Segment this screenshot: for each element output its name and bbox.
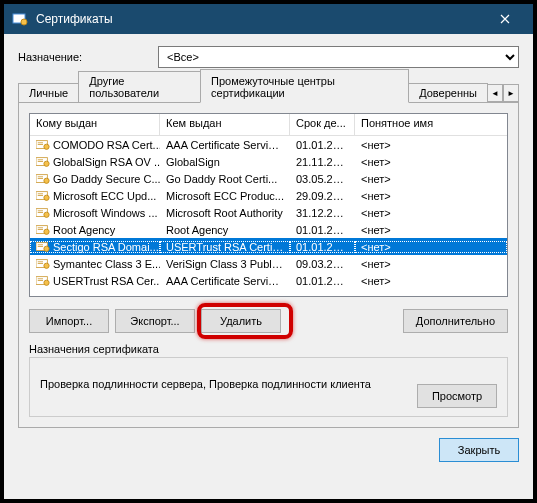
table-row[interactable]: Root AgencyRoot Agency01.01.2040<нет> bbox=[30, 221, 507, 238]
purpose-label: Назначение: bbox=[18, 51, 158, 63]
svg-point-33 bbox=[44, 263, 49, 268]
cert-purpose-box: Проверка подлинности сервера, Проверка п… bbox=[29, 357, 508, 417]
svg-rect-27 bbox=[38, 244, 43, 245]
svg-rect-12 bbox=[38, 178, 43, 179]
advanced-button[interactable]: Дополнительно bbox=[403, 309, 508, 333]
footer: Закрыть bbox=[18, 438, 519, 462]
svg-rect-11 bbox=[38, 176, 43, 177]
svg-rect-20 bbox=[38, 212, 43, 213]
svg-rect-3 bbox=[38, 142, 43, 143]
table-row[interactable]: USERTrust RSA Cer...AAA Certificate Serv… bbox=[30, 272, 507, 289]
purpose-select[interactable]: <Все> bbox=[158, 46, 519, 68]
export-button[interactable]: Экспорт... bbox=[115, 309, 195, 333]
tab-panel: Кому выдан Кем выдан Срок де... Понятное… bbox=[18, 102, 519, 428]
table-row[interactable]: Microsoft ECC Upd...Microsoft ECC Produc… bbox=[30, 187, 507, 204]
tab-trusted[interactable]: Доверенны bbox=[408, 83, 488, 102]
close-window-button[interactable]: Закрыть bbox=[439, 438, 519, 462]
svg-rect-36 bbox=[38, 280, 43, 281]
tab-personal[interactable]: Личные bbox=[18, 83, 79, 102]
svg-point-17 bbox=[44, 195, 49, 200]
svg-point-25 bbox=[44, 229, 49, 234]
table-row[interactable]: Sectigo RSA Domai...USERTrust RSA Certif… bbox=[30, 238, 507, 255]
tab-strip: Личные Другие пользователи Промежуточные… bbox=[18, 78, 519, 102]
svg-rect-16 bbox=[38, 195, 43, 196]
svg-point-9 bbox=[44, 161, 49, 166]
table-row[interactable]: COMODO RSA Cert...AAA Certificate Servic… bbox=[30, 136, 507, 153]
certificate-list[interactable]: Кому выдан Кем выдан Срок де... Понятное… bbox=[29, 113, 508, 297]
col-issued-by[interactable]: Кем выдан bbox=[160, 114, 290, 135]
table-row[interactable]: Go Daddy Secure C...Go Daddy Root Certi.… bbox=[30, 170, 507, 187]
import-button[interactable]: Импорт... bbox=[29, 309, 109, 333]
svg-rect-32 bbox=[38, 263, 43, 264]
svg-rect-24 bbox=[38, 229, 43, 230]
svg-point-29 bbox=[44, 246, 49, 251]
col-friendly-name[interactable]: Понятное имя bbox=[355, 114, 507, 135]
svg-rect-8 bbox=[38, 161, 43, 162]
svg-rect-15 bbox=[38, 193, 43, 194]
close-button[interactable] bbox=[485, 4, 525, 34]
certificate-icon bbox=[12, 11, 28, 27]
svg-rect-7 bbox=[38, 159, 43, 160]
delete-button[interactable]: Удалить bbox=[201, 309, 281, 333]
view-button[interactable]: Просмотр bbox=[417, 384, 497, 408]
svg-rect-4 bbox=[38, 144, 43, 145]
svg-point-21 bbox=[44, 212, 49, 217]
tab-intermediate-ca[interactable]: Промежуточные центры сертификации bbox=[200, 69, 409, 103]
column-headers: Кому выдан Кем выдан Срок де... Понятное… bbox=[30, 114, 507, 136]
svg-point-1 bbox=[21, 19, 27, 25]
table-row[interactable]: Microsoft Windows ...Microsoft Root Auth… bbox=[30, 204, 507, 221]
tab-other-people[interactable]: Другие пользователи bbox=[78, 71, 201, 102]
purpose-row: Назначение: <Все> bbox=[18, 46, 519, 68]
window-title: Сертификаты bbox=[36, 12, 485, 26]
col-issued-to[interactable]: Кому выдан bbox=[30, 114, 160, 135]
svg-rect-28 bbox=[38, 246, 43, 247]
table-row[interactable]: GlobalSign RSA OV ...GlobalSign21.11.202… bbox=[30, 153, 507, 170]
tab-scroll-left[interactable]: ◄ bbox=[487, 84, 503, 102]
close-icon bbox=[500, 14, 510, 24]
cert-purpose-title: Назначения сертификата bbox=[29, 343, 508, 355]
svg-point-37 bbox=[44, 280, 49, 285]
titlebar: Сертификаты bbox=[4, 4, 533, 34]
svg-rect-23 bbox=[38, 227, 43, 228]
tab-scroll: ◄ ► bbox=[487, 84, 519, 102]
button-row: Импорт... Экспорт... Удалить Дополнитель… bbox=[29, 309, 508, 333]
table-row[interactable]: Symantec Class 3 E...VeriSign Class 3 Pu… bbox=[30, 255, 507, 272]
svg-point-5 bbox=[44, 144, 49, 149]
tab-scroll-right[interactable]: ► bbox=[503, 84, 519, 102]
svg-point-13 bbox=[44, 178, 49, 183]
svg-rect-19 bbox=[38, 210, 43, 211]
svg-rect-35 bbox=[38, 278, 43, 279]
col-expires[interactable]: Срок де... bbox=[290, 114, 355, 135]
svg-rect-31 bbox=[38, 261, 43, 262]
